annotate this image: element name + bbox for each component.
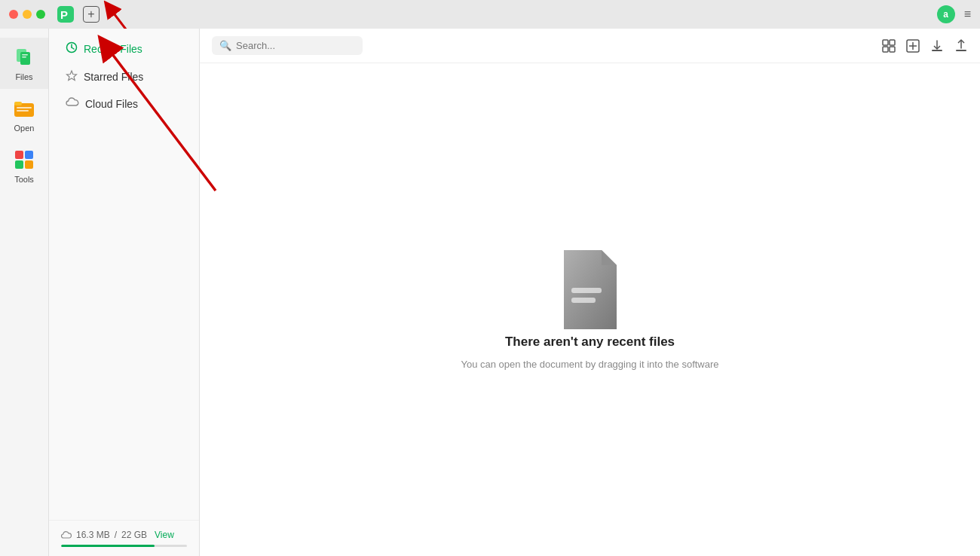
- new-file-button[interactable]: +: [83, 6, 100, 23]
- titlebar: P + a ≡: [0, 0, 980, 29]
- grid-view-button[interactable]: [882, 39, 896, 53]
- svg-line-2: [109, 8, 219, 29]
- expand-button[interactable]: [906, 39, 920, 53]
- storage-total: 22 GB: [121, 530, 147, 540]
- nav-recent-files[interactable]: Recent Files: [54, 35, 194, 63]
- titlebar-right: a ≡: [937, 5, 971, 23]
- tools-icon: [12, 148, 36, 172]
- nav-starred-files[interactable]: Starred Files: [54, 63, 194, 90]
- close-button[interactable]: [9, 10, 18, 19]
- svg-rect-11: [17, 110, 29, 112]
- icon-sidebar: Files Open: [0, 29, 49, 556]
- svg-rect-12: [15, 151, 23, 159]
- svg-rect-14: [15, 160, 23, 169]
- cloud-files-label: Cloud Files: [85, 98, 138, 110]
- sidebar-item-files[interactable]: Files: [0, 38, 48, 89]
- svg-rect-21: [890, 40, 895, 45]
- content-toolbar: 🔍: [200, 29, 980, 63]
- download-button[interactable]: [930, 39, 944, 53]
- search-icon: 🔍: [219, 40, 231, 51]
- maximize-button[interactable]: [36, 10, 45, 19]
- svg-rect-22: [883, 47, 888, 52]
- svg-rect-29: [956, 50, 966, 51]
- sidebar-item-open[interactable]: Open: [0, 89, 48, 140]
- svg-text:P: P: [60, 8, 68, 21]
- storage-cloud-icon: [61, 530, 72, 539]
- svg-rect-23: [890, 47, 895, 52]
- tools-label: Tools: [14, 175, 34, 184]
- minimize-button[interactable]: [23, 10, 32, 19]
- hamburger-menu[interactable]: ≡: [964, 8, 971, 21]
- svg-rect-15: [25, 160, 33, 169]
- starred-files-label: Starred Files: [84, 71, 143, 83]
- svg-rect-10: [17, 107, 32, 108]
- svg-rect-6: [22, 54, 28, 56]
- recent-files-label: Recent Files: [84, 43, 142, 55]
- storage-info: 16.3 MB / 22 GB View: [61, 530, 187, 540]
- upload-button[interactable]: [954, 39, 968, 53]
- svg-rect-32: [571, 298, 596, 303]
- open-icon: [12, 96, 36, 121]
- nav-cloud-files[interactable]: Cloud Files: [54, 90, 194, 117]
- files-icon: [12, 45, 36, 69]
- storage-fill: [61, 545, 155, 547]
- svg-rect-13: [25, 151, 33, 159]
- clock-icon: [66, 41, 78, 56]
- nav-sidebar: Recent Files Starred Files Cloud F: [49, 29, 200, 556]
- cloud-icon: [66, 97, 79, 110]
- search-box[interactable]: 🔍: [212, 36, 363, 55]
- storage-section: 16.3 MB / 22 GB View: [49, 520, 199, 556]
- content-area: 🔍: [200, 29, 980, 556]
- app-logo: P: [57, 6, 74, 23]
- svg-rect-5: [20, 52, 30, 65]
- empty-subtitle: You can open the document by dragging it…: [461, 359, 718, 370]
- svg-rect-31: [571, 288, 602, 293]
- avatar: a: [937, 5, 955, 23]
- empty-doc-icon: [556, 250, 624, 325]
- svg-line-18: [72, 47, 74, 49]
- search-input[interactable]: [236, 40, 355, 51]
- storage-bar: [61, 545, 187, 547]
- traffic-lights: [9, 10, 45, 19]
- svg-marker-19: [67, 71, 77, 81]
- empty-title: There aren't any recent files: [505, 335, 675, 350]
- annotation-arrow: [0, 0, 980, 29]
- empty-state: There aren't any recent files You can op…: [200, 63, 980, 556]
- files-label: Files: [15, 72, 32, 81]
- open-label: Open: [14, 124, 35, 133]
- svg-rect-9: [14, 102, 22, 105]
- toolbar-icons: [882, 39, 968, 53]
- storage-used: 16.3 MB: [76, 530, 110, 540]
- svg-rect-20: [883, 40, 888, 45]
- star-icon: [66, 69, 78, 84]
- sidebar-item-tools[interactable]: Tools: [0, 140, 48, 191]
- svg-rect-7: [22, 57, 26, 58]
- svg-rect-27: [932, 50, 942, 51]
- view-storage-link[interactable]: View: [155, 530, 174, 540]
